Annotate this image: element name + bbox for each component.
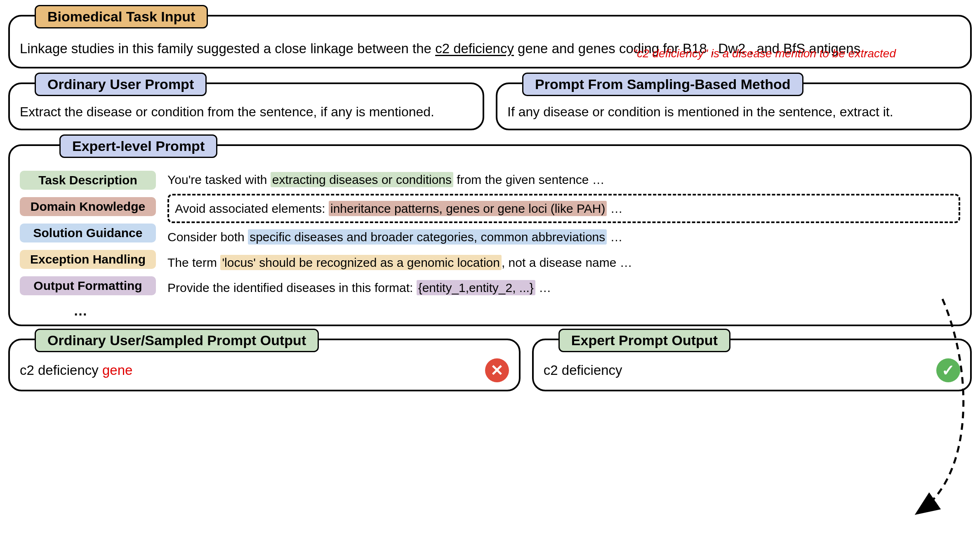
prompt-comparison-row: Ordinary User Prompt Extract the disease… <box>8 82 972 130</box>
expert-text-column: You're tasked with extracting diseases o… <box>167 171 960 319</box>
sampling-prompt-panel: Prompt From Sampling-Based Method If any… <box>496 82 972 130</box>
exception-row-highlight: 'locus' should be recognized as a genomi… <box>220 255 502 270</box>
expert-output-text: c2 deficiency <box>544 362 622 378</box>
solution-row-post: … <box>607 230 622 244</box>
legend-task-description: Task Description <box>20 171 156 190</box>
expert-output-panel: Expert Prompt Output c2 deficiency ✓ <box>532 339 972 391</box>
ordinary-output-main: c2 deficiency <box>20 362 102 378</box>
ordinary-output-wrong-word: gene <box>102 362 132 378</box>
cross-icon: ✕ <box>485 358 509 382</box>
domain-row-highlight: inheritance patterns, genes or gene loci… <box>329 201 607 216</box>
legend-domain-knowledge: Domain Knowledge <box>20 197 156 216</box>
task-row-post: from the given sentence … <box>453 173 605 186</box>
ordinary-output-row: c2 deficiency gene ✕ <box>20 358 509 382</box>
expert-row-task: You're tasked with extracting diseases o… <box>167 171 960 189</box>
output-comparison-row: Ordinary User/Sampled Prompt Output c2 d… <box>8 339 972 391</box>
task-row-pre: You're tasked with <box>167 173 271 186</box>
solution-row-pre: Consider both <box>167 230 248 244</box>
expert-row-output: Provide the identified diseases in this … <box>167 279 960 297</box>
solution-row-highlight: specific diseases and broader categories… <box>248 229 607 245</box>
ordinary-user-prompt-badge: Ordinary User Prompt <box>35 73 207 96</box>
exception-row-post: , not a disease name … <box>502 256 632 269</box>
expert-prompt-panel: Expert-level Prompt Task Description Dom… <box>8 144 972 326</box>
task-annotation-note: "c2 deficiency" is a disease mention to … <box>633 47 896 60</box>
biomedical-task-input-badge: Biomedical Task Input <box>35 5 208 28</box>
sampling-prompt-text: If any disease or condition is mentioned… <box>507 102 960 121</box>
ordinary-user-prompt-text: Extract the disease or condition from th… <box>20 102 473 121</box>
output-row-pre: Provide the identified diseases in this … <box>167 281 417 294</box>
legend-solution-guidance: Solution Guidance <box>20 224 156 242</box>
domain-row-post: … <box>607 202 622 215</box>
ordinary-output-badge: Ordinary User/Sampled Prompt Output <box>35 329 319 352</box>
check-icon: ✓ <box>936 358 960 382</box>
expert-output-row: c2 deficiency ✓ <box>544 358 960 382</box>
domain-row-pre: Avoid associated elements: <box>175 202 329 215</box>
expert-row-solution: Consider both specific diseases and broa… <box>167 228 960 246</box>
expert-rows-container: Task Description Domain Knowledge Soluti… <box>20 171 960 319</box>
legend-exception-handling: Exception Handling <box>20 250 156 269</box>
biomedical-task-input-panel: Biomedical Task Input Linkage studies in… <box>8 15 972 68</box>
exception-row-pre: The term <box>167 256 220 269</box>
legend-ellipsis: … <box>20 303 156 319</box>
ordinary-output-panel: Ordinary User/Sampled Prompt Output c2 d… <box>8 339 521 391</box>
expert-row-domain-dashed: Avoid associated elements: inheritance p… <box>167 194 960 224</box>
legend-output-formatting: Output Formatting <box>20 276 156 295</box>
ordinary-user-prompt-panel: Ordinary User Prompt Extract the disease… <box>8 82 484 130</box>
task-row-highlight: extracting diseases or conditions <box>271 172 453 187</box>
ordinary-output-text: c2 deficiency gene <box>20 362 132 378</box>
expert-legend-column: Task Description Domain Knowledge Soluti… <box>20 171 156 319</box>
task-text-underlined: c2 deficiency <box>435 41 514 56</box>
output-row-post: … <box>535 281 551 294</box>
task-text-before: Linkage studies in this family suggested… <box>20 41 435 56</box>
expert-row-exception: The term 'locus' should be recognized as… <box>167 254 960 272</box>
expert-prompt-badge: Expert-level Prompt <box>59 134 217 158</box>
sampling-prompt-badge: Prompt From Sampling-Based Method <box>522 73 803 96</box>
expert-output-badge: Expert Prompt Output <box>558 329 730 352</box>
output-row-highlight: {entity_1,entity_2, ...} <box>417 280 535 295</box>
